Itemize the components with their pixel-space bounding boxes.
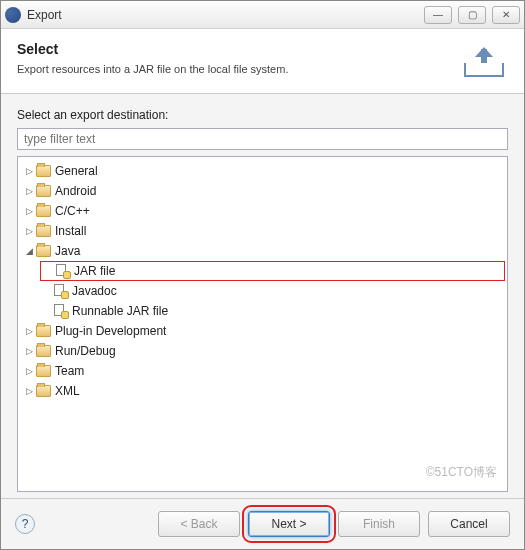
tree-node-team[interactable]: ▷Team xyxy=(22,361,505,381)
folder-icon xyxy=(36,185,51,197)
close-button[interactable]: ✕ xyxy=(492,6,520,24)
tree-node-javadoc[interactable]: Javadoc xyxy=(40,281,505,301)
export-dialog: Export — ▢ ✕ Select Export resources int… xyxy=(0,0,525,550)
wizard-banner: Select Export resources into a JAR file … xyxy=(1,29,524,94)
destination-label: Select an export destination: xyxy=(17,108,508,122)
wizard-body: Select an export destination: ▷General ▷… xyxy=(1,94,524,498)
watermark: ©51CTO博客 xyxy=(426,464,497,481)
folder-icon xyxy=(36,225,51,237)
folder-icon xyxy=(36,205,51,217)
window-title: Export xyxy=(27,8,424,22)
jar-file-icon xyxy=(56,264,70,278)
folder-icon xyxy=(36,245,51,257)
tree-node-plugin-dev[interactable]: ▷Plug-in Development xyxy=(22,321,505,341)
export-icon xyxy=(460,41,508,77)
tree-node-ccpp[interactable]: ▷C/C++ xyxy=(22,201,505,221)
folder-icon xyxy=(36,325,51,337)
tree-node-run-debug[interactable]: ▷Run/Debug xyxy=(22,341,505,361)
maximize-button[interactable]: ▢ xyxy=(458,6,486,24)
javadoc-icon xyxy=(54,284,68,298)
next-button[interactable]: Next > xyxy=(248,511,330,537)
tree-node-install[interactable]: ▷Install xyxy=(22,221,505,241)
back-button[interactable]: < Back xyxy=(158,511,240,537)
folder-icon xyxy=(36,345,51,357)
runnable-jar-icon xyxy=(54,304,68,318)
tree-node-java[interactable]: ◢Java xyxy=(22,241,505,261)
minimize-button[interactable]: — xyxy=(424,6,452,24)
tree-node-xml[interactable]: ▷XML xyxy=(22,381,505,401)
eclipse-icon xyxy=(5,7,21,23)
tree-node-runnable-jar[interactable]: Runnable JAR file xyxy=(40,301,505,321)
tree-node-jar-file[interactable]: JAR file xyxy=(40,261,505,281)
cancel-button[interactable]: Cancel xyxy=(428,511,510,537)
titlebar: Export — ▢ ✕ xyxy=(1,1,524,29)
wizard-footer: ? < Back Next > Finish Cancel xyxy=(1,498,524,549)
finish-button[interactable]: Finish xyxy=(338,511,420,537)
folder-icon xyxy=(36,385,51,397)
help-button[interactable]: ? xyxy=(15,514,35,534)
folder-icon xyxy=(36,365,51,377)
banner-heading: Select xyxy=(17,41,450,57)
destination-tree[interactable]: ▷General ▷Android ▷C/C++ ▷Install ◢Java … xyxy=(17,156,508,492)
tree-node-general[interactable]: ▷General xyxy=(22,161,505,181)
banner-description: Export resources into a JAR file on the … xyxy=(17,63,450,75)
filter-input[interactable] xyxy=(17,128,508,150)
folder-icon xyxy=(36,165,51,177)
tree-node-android[interactable]: ▷Android xyxy=(22,181,505,201)
